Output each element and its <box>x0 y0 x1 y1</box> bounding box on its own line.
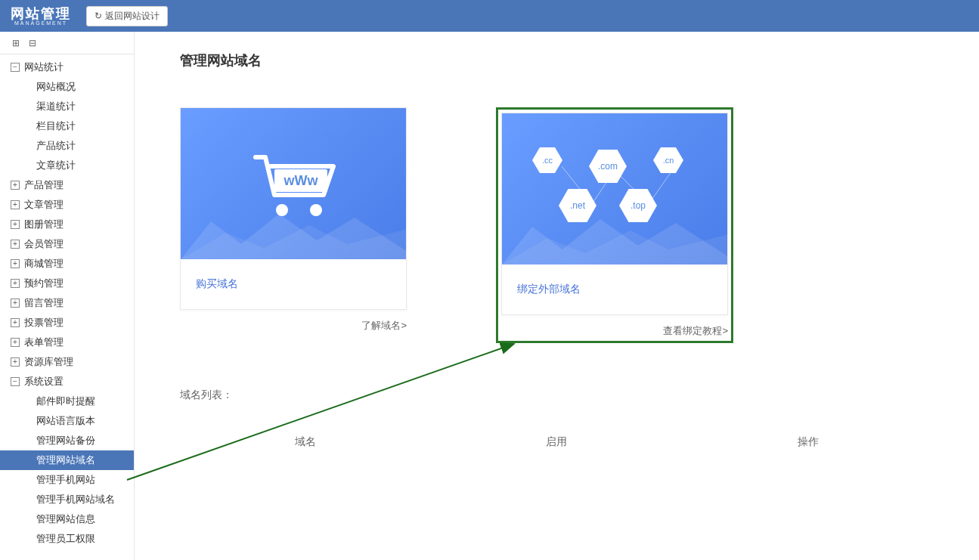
tree-leaf[interactable]: 管理网站信息 <box>0 509 134 529</box>
col-domain: 域名 <box>180 435 431 449</box>
refresh-icon: ↻ <box>94 11 102 21</box>
logo-main-text: 网站管理 <box>11 7 71 20</box>
tree-leaf[interactable]: 渠道统计 <box>0 97 134 116</box>
tree-leaf[interactable]: 管理手机网站域名 <box>0 490 134 509</box>
card-sub-link[interactable]: 了解域名> <box>180 319 407 333</box>
expand-icon[interactable]: + <box>11 259 20 268</box>
hex-com: .com <box>589 150 627 183</box>
expand-icon[interactable]: + <box>11 220 20 229</box>
expand-icon[interactable]: + <box>11 299 20 308</box>
tree-section[interactable]: +预约管理 <box>0 274 134 293</box>
cards-row: wWw wWw 购买域名 了解域名> <box>180 107 934 343</box>
tree-section-label: 文章管理 <box>24 198 123 212</box>
card-title: 购买域名 <box>196 277 391 291</box>
expand-icon[interactable]: + <box>11 181 20 190</box>
header: 网站管理 MANAGEMENT ↻ 返回网站设计 <box>0 0 979 32</box>
tree-leaf[interactable]: 邮件即时提醒 <box>0 391 134 411</box>
tree-leaf[interactable]: 文章统计 <box>0 156 134 175</box>
tree-leaf[interactable]: 网站概况 <box>0 77 134 97</box>
hex-cn: .cn <box>653 147 683 173</box>
tree-section[interactable]: +商城管理 <box>0 254 134 274</box>
tree-section[interactable]: +产品管理 <box>0 175 134 195</box>
tree-leaf[interactable]: 管理网站域名 <box>0 450 134 470</box>
hex-top: .top <box>619 189 657 222</box>
tree-controls: ⊞ ⊟ <box>0 32 134 54</box>
table-header: 域名 启用 操作 <box>180 425 934 459</box>
tree-section[interactable]: +图册管理 <box>0 215 134 234</box>
tree-section-label: 预约管理 <box>24 277 123 290</box>
sidebar: ⊞ ⊟ −网站统计网站概况渠道统计栏目统计产品统计文章统计+产品管理+文章管理+… <box>0 32 135 560</box>
tree-section-label: 会员管理 <box>24 237 123 251</box>
expand-icon[interactable]: + <box>11 357 20 367</box>
logo-sub-text: MANAGEMENT <box>14 20 67 26</box>
expand-all-icon[interactable]: ⊞ <box>11 38 21 48</box>
card-buy-domain[interactable]: wWw wWw 购买域名 了解域名> <box>180 107 407 343</box>
main-content: 管理网站域名 wWw wWw <box>135 32 979 560</box>
expand-icon[interactable]: + <box>11 318 20 327</box>
page-title: 管理网站域名 <box>180 51 934 70</box>
tree-section-label: 资源库管理 <box>24 355 123 369</box>
tree-section[interactable]: +投票管理 <box>0 313 134 333</box>
tree-section-label: 系统设置 <box>24 375 123 388</box>
nav-tree: −网站统计网站概况渠道统计栏目统计产品统计文章统计+产品管理+文章管理+图册管理… <box>0 54 134 552</box>
card-image-domains: .cc .com .cn .net .top <box>502 113 727 265</box>
card-image-cart: wWw wWw <box>181 108 406 259</box>
logo: 网站管理 MANAGEMENT <box>11 7 71 26</box>
tree-leaf[interactable]: 网站语言版本 <box>0 411 134 431</box>
tree-leaf[interactable]: 管理员工权限 <box>0 529 134 549</box>
card-title: 绑定外部域名 <box>517 283 712 296</box>
back-button[interactable]: ↻ 返回网站设计 <box>86 6 168 26</box>
col-action: 操作 <box>683 435 934 449</box>
collapse-all-icon[interactable]: ⊟ <box>27 38 38 48</box>
tree-leaf[interactable]: 管理手机网站 <box>0 470 134 490</box>
svg-text:wWw: wWw <box>283 173 319 188</box>
tree-section[interactable]: −系统设置 <box>0 372 134 391</box>
tree-section-label: 网站统计 <box>24 60 123 74</box>
tree-section-label: 表单管理 <box>24 336 123 349</box>
card-bind-external-domain[interactable]: .cc .com .cn .net .top 绑定外部域名 查看绑定教程> <box>496 107 733 343</box>
collapse-icon[interactable]: − <box>11 377 20 386</box>
tree-section[interactable]: +留言管理 <box>0 293 134 313</box>
hex-net: .net <box>559 189 596 222</box>
tree-section[interactable]: +会员管理 <box>0 234 134 254</box>
tree-leaf[interactable]: 栏目统计 <box>0 116 134 136</box>
tree-section[interactable]: −网站统计 <box>0 57 134 77</box>
tree-section[interactable]: +资源库管理 <box>0 352 134 372</box>
hex-cc: .cc <box>532 147 562 173</box>
expand-icon[interactable]: + <box>11 240 20 249</box>
tree-section[interactable]: +文章管理 <box>0 195 134 215</box>
expand-icon[interactable]: + <box>11 200 20 209</box>
tree-section-label: 产品管理 <box>24 178 123 192</box>
domain-table: 域名 启用 操作 <box>180 425 934 459</box>
back-button-label: 返回网站设计 <box>105 10 160 23</box>
tree-section-label: 投票管理 <box>24 316 123 330</box>
collapse-icon[interactable]: − <box>11 63 20 72</box>
card-sub-link[interactable]: 查看绑定教程> <box>501 324 728 338</box>
expand-icon[interactable]: + <box>11 338 20 347</box>
tree-leaf[interactable]: 产品统计 <box>0 136 134 156</box>
col-enabled: 启用 <box>431 435 682 449</box>
tree-section[interactable]: +表单管理 <box>0 333 134 352</box>
tree-section-label: 图册管理 <box>24 218 123 231</box>
tree-leaf[interactable]: 管理网站备份 <box>0 431 134 450</box>
domain-list-title: 域名列表： <box>180 388 934 402</box>
expand-icon[interactable]: + <box>11 279 20 288</box>
tree-section-label: 商城管理 <box>24 257 123 271</box>
tree-section-label: 留言管理 <box>24 296 123 310</box>
